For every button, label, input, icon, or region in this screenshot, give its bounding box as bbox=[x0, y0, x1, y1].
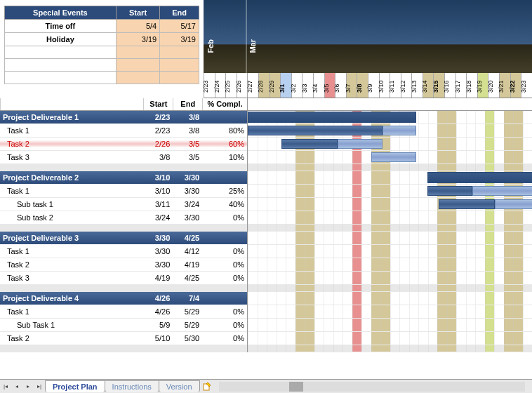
gantt-bar-remaining[interactable] bbox=[472, 186, 532, 196]
task-row[interactable]: Task 14/265/290% bbox=[0, 305, 247, 319]
horizontal-scrollbar[interactable] bbox=[219, 382, 525, 392]
deliverable-row[interactable]: Project Deliverable 44/267/4 bbox=[0, 292, 247, 305]
task-row[interactable]: Task 33/83/510% bbox=[0, 151, 247, 164]
gantt-chart-panel bbox=[248, 98, 532, 352]
tab-nav-last[interactable]: ▸| bbox=[34, 381, 45, 392]
gantt-deliverable-row bbox=[248, 292, 532, 305]
tab-version[interactable]: Version bbox=[159, 380, 200, 392]
gantt-bar-done[interactable] bbox=[281, 139, 338, 149]
task-row[interactable]: Sub Task 15/95/290% bbox=[0, 319, 247, 332]
gantt-task-row bbox=[248, 272, 532, 285]
events-col-end: End bbox=[160, 6, 199, 20]
month-label-mar: Mar bbox=[248, 39, 257, 53]
tab-nav-prev[interactable]: ◂ bbox=[11, 381, 22, 392]
gantt-bar-done[interactable] bbox=[427, 186, 472, 196]
gantt-task-row bbox=[248, 138, 532, 151]
gantt-bar[interactable] bbox=[248, 112, 416, 123]
deliverable-row[interactable]: Project Deliverable 12/233/8 bbox=[0, 111, 247, 124]
event-row[interactable]: Time off 5/4 5/17 bbox=[5, 20, 199, 33]
gantt-task-row bbox=[248, 185, 532, 198]
task-list-panel: Start End % Compl. Project Deliverable 1… bbox=[0, 98, 248, 352]
gantt-bar-done[interactable] bbox=[439, 199, 495, 209]
new-sheet-icon[interactable] bbox=[202, 382, 212, 392]
gantt-task-row bbox=[248, 124, 532, 138]
month-label-feb: Feb bbox=[206, 39, 215, 53]
gantt-task-row bbox=[248, 319, 532, 332]
event-row[interactable] bbox=[5, 72, 199, 84]
date-axis: 2/232/242/252/262/272/282/293/13/23/33/4… bbox=[204, 73, 532, 98]
task-row[interactable]: Task 25/105/300% bbox=[0, 332, 247, 345]
gantt-deliverable-row bbox=[248, 232, 532, 245]
col-complete: % Compl. bbox=[202, 98, 247, 110]
event-row[interactable]: Holiday 3/19 3/19 bbox=[5, 33, 199, 46]
special-events-panel: Special Events Start End Time off 5/4 5/… bbox=[0, 0, 204, 98]
task-row[interactable]: Task 13/304/120% bbox=[0, 245, 247, 258]
date-header-cell[interactable]: 3/22 bbox=[510, 73, 521, 98]
gantt-bar[interactable] bbox=[427, 172, 532, 183]
event-row[interactable] bbox=[5, 59, 199, 72]
task-row[interactable]: Task 13/103/3025% bbox=[0, 185, 247, 198]
gantt-bar-done[interactable] bbox=[248, 126, 383, 135]
deliverable-row[interactable]: Project Deliverable 33/304/25 bbox=[0, 232, 247, 245]
gantt-bar-remaining[interactable] bbox=[371, 152, 416, 162]
date-header-cell[interactable]: 3/12 bbox=[401, 73, 412, 98]
gantt-bar-remaining[interactable] bbox=[338, 139, 383, 149]
task-row[interactable]: Task 12/233/880% bbox=[0, 124, 247, 138]
gantt-bar-remaining[interactable] bbox=[383, 126, 416, 135]
date-header-cell[interactable]: 3/2 bbox=[291, 73, 302, 98]
gantt-deliverable-row bbox=[248, 111, 532, 124]
gantt-bar-remaining[interactable] bbox=[495, 199, 532, 209]
gantt-deliverable-row bbox=[248, 171, 532, 185]
col-end: End bbox=[173, 98, 202, 110]
task-columns-header: Start End % Compl. bbox=[0, 98, 247, 111]
gantt-task-row bbox=[248, 198, 532, 211]
gantt-task-row bbox=[248, 332, 532, 345]
tab-nav-first[interactable]: |◂ bbox=[0, 381, 11, 392]
task-row[interactable]: Task 23/304/190% bbox=[0, 258, 247, 272]
date-header-cell[interactable]: 3/23 bbox=[521, 73, 532, 98]
tab-instructions[interactable]: Instructions bbox=[105, 380, 159, 392]
task-row[interactable]: Sub task 23/243/300% bbox=[0, 211, 247, 225]
deliverable-row[interactable]: Project Deliverable 23/103/30 bbox=[0, 171, 247, 185]
date-header-cell[interactable]: 3/17 bbox=[455, 73, 467, 98]
task-row[interactable]: Sub task 13/113/2440% bbox=[0, 198, 247, 211]
col-start: Start bbox=[143, 98, 173, 110]
events-col-start: Start bbox=[116, 6, 159, 20]
sheet-tabs-bar: |◂ ◂ ▸ ▸| Project Plan Instructions Vers… bbox=[0, 379, 532, 393]
task-row[interactable]: Task 22/263/560% bbox=[0, 138, 247, 151]
gantt-task-row bbox=[248, 245, 532, 258]
scrollbar-thumb[interactable] bbox=[289, 382, 303, 392]
date-header-cell[interactable]: 3/7 bbox=[346, 73, 357, 98]
tab-nav-next[interactable]: ▸ bbox=[22, 381, 34, 392]
gantt-timeline-header: Feb Mar 2/232/242/252/262/272/282/293/13… bbox=[204, 0, 532, 98]
gantt-task-row bbox=[248, 305, 532, 319]
gantt-task-row bbox=[248, 151, 532, 164]
event-row[interactable] bbox=[5, 46, 199, 59]
special-events-table: Special Events Start End Time off 5/4 5/… bbox=[4, 6, 199, 84]
tab-project-plan[interactable]: Project Plan bbox=[45, 380, 105, 392]
gantt-task-row bbox=[248, 211, 532, 225]
events-title: Special Events bbox=[5, 6, 117, 20]
task-row[interactable]: Task 34/194/250% bbox=[0, 272, 247, 285]
gantt-task-row bbox=[248, 258, 532, 272]
